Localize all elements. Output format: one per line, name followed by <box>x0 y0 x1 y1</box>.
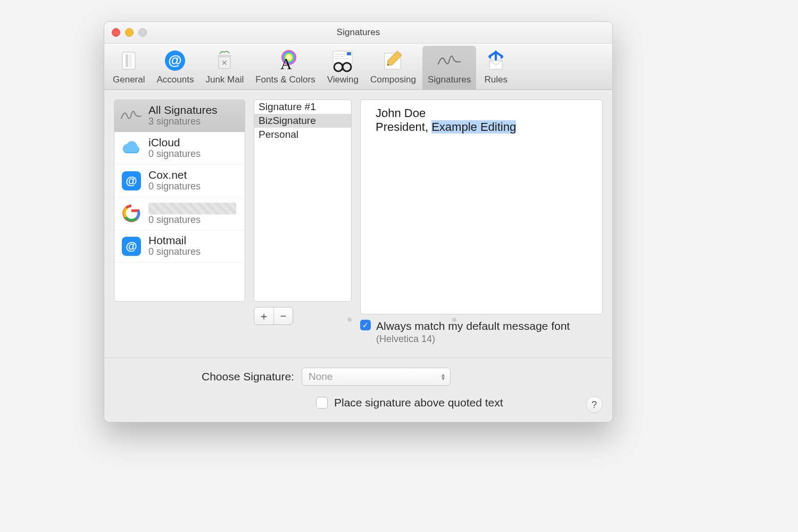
bottom-section: Choose Signature: None ▲▼ Place signatur… <box>114 368 603 412</box>
signature-list[interactable]: Signature #1 BizSignature Personal <box>254 99 352 302</box>
titlebar: Signatures <box>104 22 612 44</box>
svg-rect-0 <box>122 52 135 69</box>
signature-icon <box>436 49 463 72</box>
option-sub: (Helvetica 14) <box>376 334 570 345</box>
column-resize-handle[interactable] <box>452 318 456 322</box>
match-font-option[interactable]: ✓ Always match my default message font (… <box>360 320 603 345</box>
at-circle-icon: @ <box>162 49 188 72</box>
account-row-google[interactable]: 0 signatures <box>114 197 245 230</box>
account-sub: 0 signatures <box>148 181 201 192</box>
tab-junk-mail[interactable]: ✕ Junk Mail <box>200 46 249 89</box>
editor-line: John Doe <box>376 106 587 120</box>
checkbox-unchecked-icon[interactable] <box>316 397 328 409</box>
account-sub: 0 signatures <box>148 246 201 257</box>
tab-label: General <box>113 74 145 85</box>
tab-label: Rules <box>484 74 507 85</box>
svg-rect-11 <box>347 52 351 55</box>
svg-rect-2 <box>129 54 132 67</box>
account-name: Cox.net <box>148 169 201 181</box>
account-name: All Signatures <box>148 104 218 116</box>
option-label: Place signature above quoted text <box>334 396 503 409</box>
tab-label: Viewing <box>327 74 359 85</box>
svg-text:✕: ✕ <box>221 59 228 67</box>
icloud-icon <box>120 137 143 160</box>
close-window-button[interactable] <box>112 28 120 37</box>
svg-rect-6 <box>218 55 231 57</box>
at-tile-icon: @ <box>120 235 143 258</box>
tab-accounts[interactable]: @ Accounts <box>151 46 199 89</box>
choose-signature-row: Choose Signature: None ▲▼ <box>202 368 451 386</box>
tab-signatures[interactable]: Signatures <box>422 46 476 89</box>
popup-value: None <box>309 371 332 383</box>
add-signature-button[interactable]: ＋ <box>254 307 274 325</box>
account-sub: 3 signatures <box>148 116 218 127</box>
svg-text:A: A <box>280 55 292 72</box>
tab-label: Junk Mail <box>205 74 244 85</box>
switch-icon <box>115 49 142 72</box>
account-sub: 0 signatures <box>148 148 201 160</box>
account-sub: 0 signatures <box>148 214 236 226</box>
account-name-redacted <box>148 203 236 214</box>
divider <box>104 358 612 358</box>
at-tile-icon: @ <box>120 169 143 193</box>
signature-item[interactable]: Personal <box>254 128 351 142</box>
checkbox-checked-icon[interactable]: ✓ <box>360 320 371 330</box>
account-row-all[interactable]: All Signatures 3 signatures <box>114 100 245 132</box>
tab-body: All Signatures 3 signatures iCloud 0 sig… <box>104 90 612 422</box>
tab-label: Accounts <box>156 74 194 85</box>
option-label: Always match my default message font <box>376 320 570 332</box>
svg-rect-1 <box>126 54 128 67</box>
editor-selection: Example Editing <box>431 120 516 134</box>
remove-signature-button[interactable]: − <box>274 307 293 325</box>
tab-composing[interactable]: Composing <box>365 46 421 89</box>
trash-icon: ✕ <box>211 49 238 72</box>
zoom-window-button[interactable] <box>138 28 147 37</box>
signature-editor[interactable]: John Doe President, Example Editing <box>360 99 603 314</box>
tab-label: Fonts & Colors <box>255 74 315 85</box>
tab-label: Signatures <box>428 74 471 85</box>
preferences-toolbar: General @ Accounts ✕ Junk Mail <box>104 44 612 90</box>
place-above-option[interactable]: Place signature above quoted text <box>316 396 503 409</box>
account-name: iCloud <box>148 137 201 148</box>
add-remove-buttons: ＋ − <box>254 307 293 325</box>
tab-fonts-colors[interactable]: A Fonts & Colors <box>250 46 320 89</box>
svg-text:@: @ <box>169 52 182 68</box>
account-row-icloud[interactable]: iCloud 0 signatures <box>114 132 245 165</box>
signature-item[interactable]: Signature #1 <box>254 100 351 114</box>
compose-icon <box>380 49 406 72</box>
tab-general[interactable]: General <box>107 46 150 89</box>
help-button[interactable]: ? <box>586 396 603 413</box>
accounts-list[interactable]: All Signatures 3 signatures iCloud 0 sig… <box>114 99 245 302</box>
google-icon <box>120 202 143 225</box>
minimize-window-button[interactable] <box>125 28 134 37</box>
tab-label: Composing <box>370 74 416 85</box>
column-resize-handle[interactable] <box>347 318 352 322</box>
window-controls <box>112 28 147 37</box>
chevron-up-down-icon: ▲▼ <box>440 373 446 380</box>
editor-line: President, Example Editing <box>376 120 587 134</box>
tab-viewing[interactable]: Viewing <box>322 46 364 89</box>
tab-rules[interactable]: Rules <box>477 46 514 89</box>
signature-item[interactable]: BizSignature <box>254 114 351 128</box>
fonts-colors-icon: A <box>272 49 298 72</box>
glasses-icon <box>329 49 356 72</box>
editor-text: President, <box>376 120 431 134</box>
account-row-hotmail[interactable]: @ Hotmail 0 signatures <box>114 230 245 263</box>
window-title: Signatures <box>337 27 380 38</box>
account-row-cox[interactable]: @ Cox.net 0 signatures <box>114 165 245 197</box>
rules-icon <box>483 49 509 72</box>
account-name: Hotmail <box>148 235 201 246</box>
choose-signature-popup[interactable]: None ▲▼ <box>302 368 451 386</box>
choose-signature-label: Choose Signature: <box>202 370 294 383</box>
signature-icon <box>120 104 143 128</box>
preferences-window: Signatures General @ Accounts ✕ Junk Mai… <box>104 21 613 422</box>
